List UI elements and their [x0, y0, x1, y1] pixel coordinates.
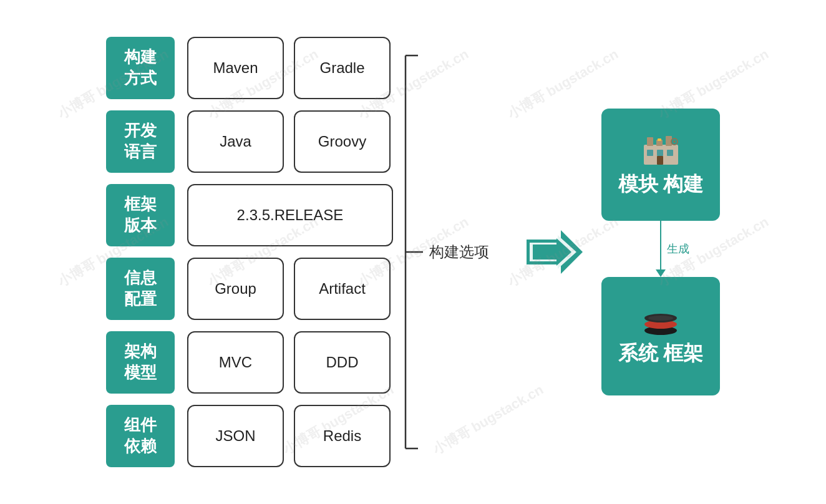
option-maven[interactable]: Maven: [187, 37, 284, 99]
category-dev-language: 开发语言: [106, 110, 175, 173]
connector-line: 生成: [656, 221, 666, 277]
bracket-label: 构建选项: [429, 242, 489, 262]
category-arch-model: 架构模型: [106, 331, 175, 394]
svg-rect-14: [657, 156, 663, 165]
option-redis[interactable]: Redis: [294, 405, 391, 467]
dev-language-row: Java Groovy: [187, 110, 393, 173]
svg-rect-11: [647, 150, 653, 156]
output-module-build-label: 模块 构建: [618, 172, 704, 198]
option-ddd[interactable]: DDD: [294, 331, 391, 394]
option-gradle[interactable]: Gradle: [294, 37, 391, 99]
connector-label: 生成: [667, 241, 689, 256]
info-config-row: Group Artifact: [187, 258, 393, 320]
svg-point-21: [648, 316, 673, 321]
output-system-framework-label: 系统 框架: [618, 341, 704, 367]
option-artifact[interactable]: Artifact: [294, 258, 391, 320]
category-info-config: 信息配置: [106, 258, 175, 320]
svg-rect-13: [667, 150, 673, 156]
bracket-svg: [399, 49, 424, 455]
output-module-build: 模块 构建: [601, 109, 720, 221]
right-arrow-icon: [527, 230, 583, 274]
factory-icon: [641, 132, 681, 167]
option-group[interactable]: Group: [187, 258, 284, 320]
build-method-row: Maven Gradle: [187, 37, 393, 99]
main-container: 构建方式 开发语言 框架版本 信息配置 架构模型 组件依赖 Maven Grad…: [0, 0, 826, 504]
option-mvc[interactable]: MVC: [187, 331, 284, 394]
option-version[interactable]: 2.3.5.RELEASE: [187, 184, 393, 246]
output-system-framework: 系统 框架: [601, 277, 720, 395]
svg-point-17: [673, 140, 676, 143]
category-build-method: 构建方式: [106, 37, 175, 99]
right-column: 模块 构建 生成 系统 框架: [601, 109, 720, 395]
category-framework-version: 框架版本: [106, 184, 175, 246]
component-dep-row: JSON Redis: [187, 405, 393, 467]
option-java[interactable]: Java: [187, 110, 284, 173]
option-groovy[interactable]: Groovy: [294, 110, 391, 173]
svg-rect-8: [647, 137, 653, 146]
middle-column: Maven Gradle Java Groovy 2.3.5.RELEASE G…: [187, 37, 393, 467]
svg-rect-15: [658, 138, 661, 141]
left-column: 构建方式 开发语言 框架版本 信息配置 架构模型 组件依赖: [106, 37, 175, 467]
category-component-dep: 组件依赖: [106, 405, 175, 467]
svg-rect-12: [657, 150, 663, 156]
arrow-section: [527, 230, 583, 274]
framework-version-row: 2.3.5.RELEASE: [187, 184, 393, 246]
bracket-section: 构建选项: [399, 49, 489, 455]
option-json[interactable]: JSON: [187, 405, 284, 467]
arch-model-row: MVC DDD: [187, 331, 393, 394]
layers-icon: [642, 306, 679, 336]
